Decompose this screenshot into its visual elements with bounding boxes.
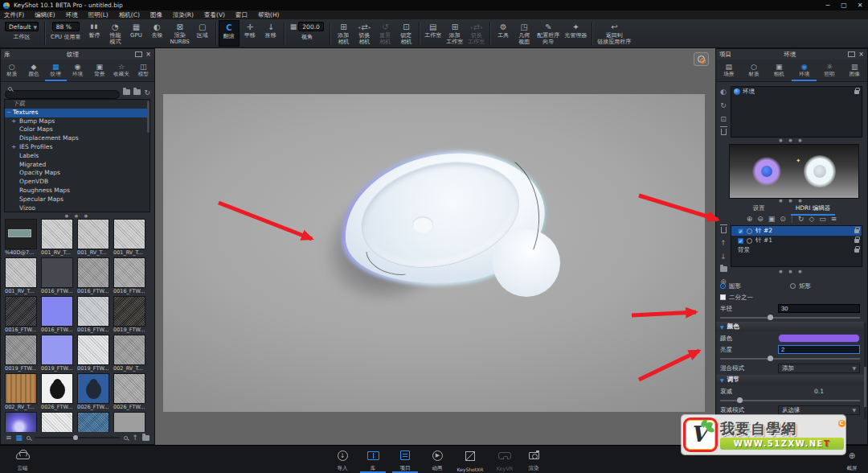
- menu-image[interactable]: 图像: [150, 11, 162, 19]
- undock-icon[interactable]: [135, 51, 142, 57]
- pin-1-white-light[interactable]: [804, 155, 836, 187]
- tree-item-downloads[interactable]: 下载: [5, 100, 149, 109]
- tree-item-labels[interactable]: Labels: [5, 152, 149, 161]
- menu-render[interactable]: 渲染(R): [173, 11, 194, 19]
- undock-icon[interactable]: [848, 51, 855, 57]
- light-manager-button[interactable]: ✦ 光管理器: [562, 20, 589, 47]
- tree-item-textures[interactable]: −Textures: [5, 109, 149, 117]
- refresh-icon[interactable]: ↻: [144, 88, 150, 97]
- studio-button[interactable]: ▤ 工作室: [422, 20, 444, 47]
- minimize-button[interactable]: ─: [820, 2, 836, 9]
- dock-cloud[interactable]: 云端: [6, 447, 39, 472]
- folder-icon[interactable]: [142, 435, 149, 441]
- radio-icon[interactable]: [747, 238, 752, 244]
- trash-icon[interactable]: [721, 129, 727, 135]
- rotate-icon[interactable]: ↻: [720, 101, 727, 109]
- move-up-icon[interactable]: ↑: [720, 239, 727, 247]
- tab-material[interactable]: ○ 材质: [741, 60, 766, 81]
- texture-thumbnail[interactable]: %40D@7...: [5, 219, 39, 257]
- texture-thumbnail[interactable]: 0019_FTW...: [5, 335, 39, 373]
- radius-input[interactable]: [778, 304, 860, 313]
- list-view-icon[interactable]: ≡: [6, 434, 12, 442]
- sphere-icon[interactable]: ◐: [720, 88, 727, 96]
- falloff-mode-select[interactable]: 从边缘 ▼: [778, 405, 860, 415]
- pin-item-1[interactable]: ✓ 针 #1: [731, 236, 862, 245]
- lock-camera-button[interactable]: ⊡ 锁定 相机: [395, 20, 416, 47]
- image-pin-icon[interactable]: ▣: [768, 215, 776, 223]
- render-image[interactable]: [163, 94, 705, 412]
- dock-keyshotxr[interactable]: KeyShotXR: [452, 447, 489, 472]
- hdri-preview[interactable]: ✦: [729, 144, 859, 199]
- subtab-hdri-editor[interactable]: HDRI 编辑器: [791, 204, 836, 216]
- fov-widget[interactable]: ▦ 200.0 视角: [287, 20, 328, 47]
- texture-thumbnail[interactable]: 0016_FTW...: [77, 257, 111, 296]
- dolly-button[interactable]: ↓ 推移: [260, 20, 281, 47]
- texture-thumbnail[interactable]: [5, 412, 39, 433]
- tree-item-opacity-maps[interactable]: Opacity Maps: [5, 169, 149, 178]
- falloff-value[interactable]: 0.1: [778, 388, 860, 395]
- shape-circle-radio[interactable]: 圆形: [720, 282, 790, 290]
- import-folder-icon[interactable]: [123, 89, 130, 95]
- lock-icon[interactable]: [854, 90, 859, 94]
- open-folder-icon[interactable]: [133, 89, 141, 95]
- zoom-out-icon[interactable]: [27, 436, 31, 440]
- add-camera-button[interactable]: ⊞ 添加 相机: [333, 20, 354, 47]
- texture-thumbnail[interactable]: [41, 412, 75, 433]
- mouse-3d-model[interactable]: [292, 142, 581, 327]
- region-button[interactable]: ▢ 区域: [192, 20, 213, 47]
- checkbox-checked-icon[interactable]: ✓: [738, 238, 743, 244]
- subtab-settings[interactable]: 设置: [748, 204, 770, 216]
- texture-thumbnail[interactable]: [113, 412, 147, 433]
- radio-icon[interactable]: [747, 228, 752, 234]
- close-icon[interactable]: ×: [145, 51, 151, 58]
- lock-icon[interactable]: [854, 249, 859, 253]
- texture-thumbnail[interactable]: 002_RV_T...: [5, 373, 39, 412]
- tab-colors[interactable]: ◆ 颜色: [23, 60, 44, 81]
- texture-thumbnail[interactable]: 0019_FTW...: [77, 335, 111, 373]
- tools-button[interactable]: ⚙ 工具: [493, 20, 514, 47]
- texture-thumbnail[interactable]: 001_RV_T...: [77, 219, 111, 257]
- close-icon[interactable]: ×: [858, 51, 864, 58]
- tree-item-specular-maps[interactable]: Specular Maps: [5, 195, 149, 204]
- cpu-usage-widget[interactable]: 88 % CPU 使用量: [47, 20, 84, 47]
- denoise-button[interactable]: ◐ 去噪: [146, 20, 167, 47]
- texture-thumbnail[interactable]: 002_RV_T...: [113, 335, 147, 373]
- tab-scene[interactable]: ▤ 场景: [716, 60, 741, 81]
- environment-quick-button[interactable]: [694, 52, 709, 66]
- tab-environment[interactable]: ◉ 环境: [792, 60, 817, 81]
- texture-thumbnail[interactable]: 0019_FTW...: [113, 296, 147, 335]
- tab-materials[interactable]: ○ 材质: [1, 60, 23, 81]
- pin-item-2[interactable]: ✓ 针 #2: [731, 226, 862, 236]
- library-icon[interactable]: ≡: [831, 215, 837, 223]
- tree-item-migrated[interactable]: Migrated: [5, 161, 149, 170]
- tree-item-openvdb[interactable]: OpenVDB: [5, 178, 149, 187]
- tab-environments[interactable]: ◉ 环境: [67, 60, 88, 81]
- dock-import[interactable]: ↓ 导入: [326, 447, 358, 472]
- rotate-env-icon[interactable]: ↻: [798, 215, 805, 223]
- close-button[interactable]: ✕: [852, 2, 868, 9]
- workspace-selector[interactable]: Default ▼ 工作区: [2, 20, 42, 47]
- brightness-slider[interactable]: [720, 356, 860, 361]
- tab-backplates[interactable]: ▣ 背景: [88, 60, 110, 81]
- half-pin-icon[interactable]: ⊙: [780, 215, 786, 223]
- texture-thumbnail[interactable]: 0016_FTW...: [113, 257, 147, 296]
- lock-icon[interactable]: [854, 239, 859, 243]
- texture-thumbnail[interactable]: [77, 412, 111, 433]
- upload-icon[interactable]: ↑: [132, 434, 138, 442]
- color-section-header[interactable]: ▼ 颜色: [716, 322, 864, 331]
- texture-thumbnail[interactable]: 0026_FTW...: [41, 373, 75, 412]
- environment-list-item[interactable]: 环境: [731, 87, 862, 97]
- menu-camera[interactable]: 相机(C): [119, 11, 140, 19]
- tree-item-ies-profiles[interactable]: +IES Profiles: [5, 143, 149, 152]
- brightness-input[interactable]: [778, 345, 860, 354]
- tree-item-displacement-maps[interactable]: Displacement Maps: [5, 134, 149, 143]
- realtime-viewport[interactable]: [155, 48, 715, 445]
- texture-thumbnail[interactable]: 001_RV_T...: [41, 219, 75, 257]
- falloff-slider[interactable]: [720, 397, 860, 403]
- texture-thumbnail[interactable]: 001_RV_T...: [5, 257, 39, 296]
- lock-icon[interactable]: [854, 229, 859, 233]
- blur-icon[interactable]: ◇: [809, 215, 814, 223]
- tree-item-roughness-maps[interactable]: Roughness Maps: [5, 187, 149, 195]
- background-item[interactable]: 背景: [731, 245, 862, 255]
- texture-thumbnail[interactable]: 0026_FTW...: [113, 373, 147, 412]
